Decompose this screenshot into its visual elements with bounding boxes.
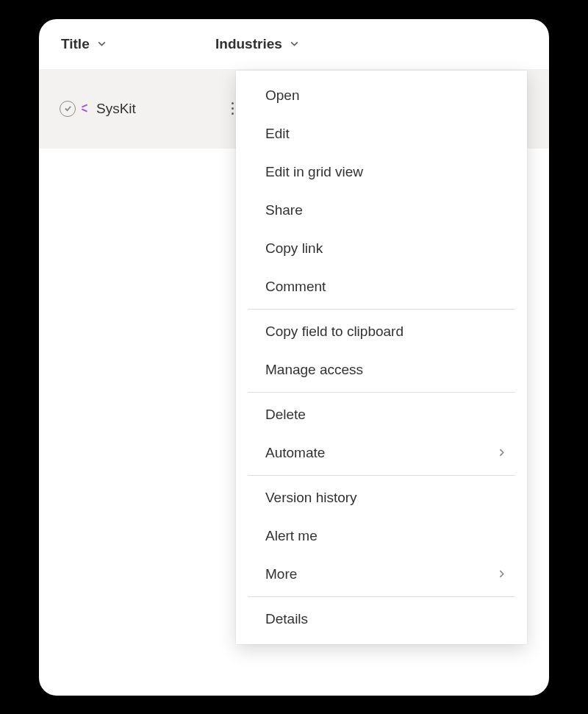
- row-select-checkbox[interactable]: [60, 101, 76, 117]
- menu-item-label: Automate: [265, 445, 325, 461]
- chevron-right-icon: [497, 569, 506, 579]
- column-header-label: Industries: [215, 36, 282, 52]
- menu-item[interactable]: Alert me: [236, 517, 527, 555]
- menu-divider: [248, 596, 515, 597]
- menu-item-label: Edit: [265, 126, 290, 142]
- menu-item[interactable]: Delete: [236, 396, 527, 434]
- item-title[interactable]: SysKit: [96, 101, 136, 117]
- menu-item[interactable]: Details: [236, 600, 527, 638]
- menu-item-label: More: [265, 566, 297, 582]
- context-menu: OpenEditEdit in grid viewShareCopy linkC…: [236, 71, 527, 644]
- menu-item-label: Comment: [265, 279, 326, 295]
- more-vertical-icon: [232, 102, 234, 115]
- menu-item[interactable]: Version history: [236, 479, 527, 517]
- column-header-label: Title: [61, 36, 90, 52]
- menu-item[interactable]: Share: [236, 191, 527, 229]
- menu-item[interactable]: Open: [236, 76, 527, 115]
- menu-item[interactable]: Automate: [236, 434, 527, 472]
- menu-divider: [248, 392, 515, 393]
- menu-item[interactable]: Comment: [236, 268, 527, 306]
- menu-divider: [248, 309, 515, 310]
- menu-item-label: Open: [265, 88, 299, 104]
- menu-item-label: Manage access: [265, 362, 363, 378]
- chevron-down-icon: [97, 39, 107, 49]
- menu-item[interactable]: Copy link: [236, 229, 527, 268]
- menu-item-label: Version history: [265, 490, 357, 506]
- column-header-industries[interactable]: Industries: [215, 36, 299, 52]
- menu-item-label: Edit in grid view: [265, 164, 363, 180]
- menu-item-label: Delete: [265, 407, 306, 423]
- menu-item-label: Details: [265, 611, 308, 627]
- menu-item[interactable]: Edit: [236, 115, 527, 153]
- chevron-down-icon: [290, 39, 299, 49]
- list-panel: Title Industries SysKit OpenEditEdit in …: [39, 19, 549, 696]
- menu-item[interactable]: Manage access: [236, 351, 527, 389]
- table-header: Title Industries: [39, 19, 549, 69]
- column-header-title[interactable]: Title: [61, 36, 215, 52]
- menu-divider: [248, 475, 515, 476]
- menu-item-label: Share: [265, 202, 303, 218]
- menu-item-label: Copy link: [265, 240, 323, 257]
- menu-item-label: Copy field to clipboard: [265, 324, 404, 340]
- chevron-right-icon: [497, 448, 506, 457]
- menu-item[interactable]: More: [236, 555, 527, 593]
- menu-item[interactable]: Edit in grid view: [236, 153, 527, 191]
- menu-item[interactable]: Copy field to clipboard: [236, 313, 527, 351]
- menu-item-label: Alert me: [265, 528, 318, 544]
- item-type-icon: [82, 102, 95, 115]
